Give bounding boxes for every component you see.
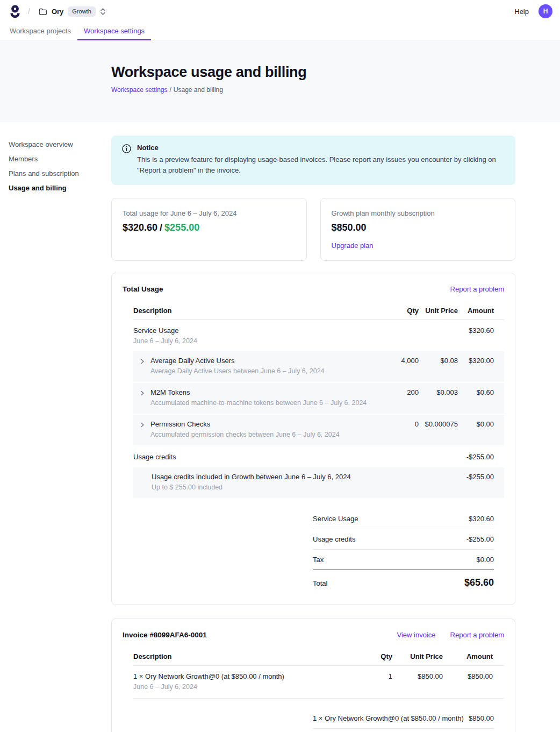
- row-amount: $0.00: [476, 420, 494, 428]
- row-subtitle: June 6 – July 6, 2024: [133, 683, 284, 691]
- help-link[interactable]: Help: [514, 8, 529, 16]
- ory-logo-icon[interactable]: [9, 4, 21, 18]
- sidebar-item-usage-billing[interactable]: Usage and billing: [9, 181, 106, 195]
- view-invoice-link[interactable]: View invoice: [397, 631, 436, 639]
- usage-credits-value: $255.00: [164, 222, 199, 233]
- usage-table-header: Description Qty Unit Price Amount: [133, 302, 504, 320]
- col-qty: Qty: [344, 652, 392, 660]
- summary-value: -$255.00: [466, 535, 494, 543]
- row-amount: $0.60: [476, 388, 494, 396]
- info-icon: [122, 144, 131, 176]
- upgrade-plan-link[interactable]: Upgrade plan: [332, 241, 374, 250]
- row-amount: -$255.00: [466, 473, 494, 481]
- subscription-amount: $850.00: [332, 222, 505, 233]
- workspace-name: Ory: [52, 8, 63, 16]
- usage-table: Description Qty Unit Price Amount Servic…: [133, 302, 504, 499]
- preview-notice-banner: Notice This is a preview feature for dis…: [111, 136, 515, 185]
- subscription-card: Growth plan monthly subscription $850.00…: [320, 198, 516, 261]
- row-subtitle: June 6 – July 6, 2024: [133, 337, 197, 345]
- row-amount: $320.00: [469, 357, 494, 365]
- settings-sidebar: Workspace overview Members Plans and sub…: [0, 136, 111, 732]
- col-description: Description: [133, 307, 370, 315]
- expand-row-button[interactable]: [138, 388, 147, 397]
- row-qty: 0: [415, 420, 419, 428]
- table-row: M2M Tokens Accumulated machine-to-machin…: [133, 383, 504, 415]
- total-usage-amount: $320.60/$255.00: [123, 222, 296, 233]
- row-title: M2M Tokens: [150, 388, 367, 397]
- row-amount: -$255.00: [466, 453, 494, 461]
- notice-title: Notice: [137, 144, 496, 152]
- invoice-report-problem-link[interactable]: Report a problem: [450, 631, 504, 639]
- sidebar-item-members[interactable]: Members: [9, 152, 106, 166]
- workspace-switcher[interactable]: Ory Growth: [37, 4, 108, 19]
- invoice-summary: 1 × Ory Network Growth@0 (at $850.00 / m…: [313, 708, 494, 732]
- usage-card-title: Total Usage: [123, 285, 163, 293]
- row-qty: 1: [389, 672, 392, 680]
- table-row: Usage credits -$255.00: [133, 446, 504, 467]
- total-usage-label: Total usage for June 6 – July 6, 2024: [123, 209, 296, 217]
- summary-label: Usage credits: [313, 535, 355, 543]
- tab-workspace-settings[interactable]: Workspace settings: [77, 23, 151, 40]
- row-title: 1 × Ory Network Growth@0 (at $850.00 / m…: [133, 672, 284, 681]
- expand-row-button[interactable]: [138, 420, 147, 429]
- summary-label: Service Usage: [313, 515, 358, 523]
- row-unit-price: $850.00: [418, 672, 443, 680]
- table-row: Usage credits included in Growth between…: [133, 467, 504, 499]
- sidebar-item-plans-subscription[interactable]: Plans and subscription: [9, 166, 106, 181]
- workspace-tabbar: Workspace projects Workspace settings: [0, 23, 560, 40]
- usage-amount-separator: /: [160, 222, 162, 233]
- summary-value: $320.60: [469, 515, 494, 523]
- row-unit-price: $0.003: [436, 388, 458, 396]
- total-usage-card: Total usage for June 6 – July 6, 2024 $3…: [111, 198, 307, 261]
- row-title: Permission Checks: [150, 420, 340, 429]
- invoice-table: Description Qty Unit Price Amount 1 × Or…: [133, 648, 504, 699]
- row-subtitle: Accumulated permission checks between Ju…: [150, 431, 340, 439]
- invoice-table-header: Description Qty Unit Price Amount: [133, 648, 504, 666]
- row-unit-price: $0.000075: [425, 420, 458, 428]
- page-header: Workspace usage and billing Workspace se…: [0, 40, 560, 122]
- plan-badge: Growth: [68, 6, 95, 17]
- row-subtitle: Average Daily Active Users between June …: [150, 367, 325, 375]
- row-qty: 200: [407, 388, 419, 396]
- row-amount: $320.60: [469, 326, 494, 335]
- path-separator: /: [28, 7, 30, 16]
- sidebar-item-workspace-overview[interactable]: Workspace overview: [9, 137, 106, 152]
- usage-report-problem-link[interactable]: Report a problem: [450, 285, 504, 293]
- summary-row: Tax $0.00: [313, 550, 494, 570]
- breadcrumb-settings-link[interactable]: Workspace settings: [111, 86, 168, 94]
- col-qty: Qty: [370, 307, 419, 315]
- total-usage-invoice-card: Total Usage Report a problem Description…: [111, 273, 515, 605]
- col-description: Description: [133, 652, 344, 660]
- summary-row: Tax $0.00: [313, 729, 494, 732]
- invoice-card: Invoice #8099AFA6-0001 View invoice Repo…: [111, 619, 515, 732]
- usage-summary: Service Usage $320.60 Usage credits -$25…: [313, 509, 494, 588]
- breadcrumb-separator: /: [170, 86, 171, 94]
- summary-label: 1 × Ory Network Growth@0 (at $850.00 / m…: [313, 714, 464, 722]
- summary-value: $850.00: [469, 714, 494, 722]
- table-row: Average Daily Active Users Average Daily…: [133, 351, 504, 383]
- tab-workspace-projects[interactable]: Workspace projects: [3, 23, 77, 40]
- col-unit-price: Unit Price: [392, 652, 443, 660]
- usage-amount-value: $320.60: [123, 222, 157, 233]
- row-title: Usage credits: [133, 453, 176, 461]
- col-unit-price: Unit Price: [419, 307, 458, 315]
- summary-row: Usage credits -$255.00: [313, 529, 494, 550]
- total-value: $65.60: [464, 577, 494, 588]
- table-row: Permission Checks Accumulated permission…: [133, 415, 504, 446]
- total-label: Total: [313, 579, 327, 587]
- expand-row-button[interactable]: [138, 357, 147, 365]
- summary-row: 1 × Ory Network Growth@0 (at $850.00 / m…: [313, 708, 494, 729]
- summary-value: $0.00: [476, 556, 494, 564]
- row-qty: 4,000: [401, 357, 419, 365]
- notice-body: This is a preview feature for displaying…: [137, 154, 496, 176]
- row-title: Usage credits included in Growth between…: [152, 473, 351, 481]
- breadcrumb: Workspace settings/Usage and billing: [111, 86, 560, 94]
- table-row: Service Usage June 6 – July 6, 2024 $320…: [133, 320, 504, 351]
- breadcrumb-current: Usage and billing: [174, 86, 223, 94]
- row-title: Average Daily Active Users: [150, 357, 325, 365]
- col-amount: Amount: [458, 307, 504, 315]
- row-unit-price: $0.08: [440, 357, 458, 365]
- invoice-title: Invoice #8099AFA6-0001: [123, 631, 207, 639]
- folder-icon: [39, 8, 47, 16]
- user-avatar[interactable]: H: [539, 4, 552, 18]
